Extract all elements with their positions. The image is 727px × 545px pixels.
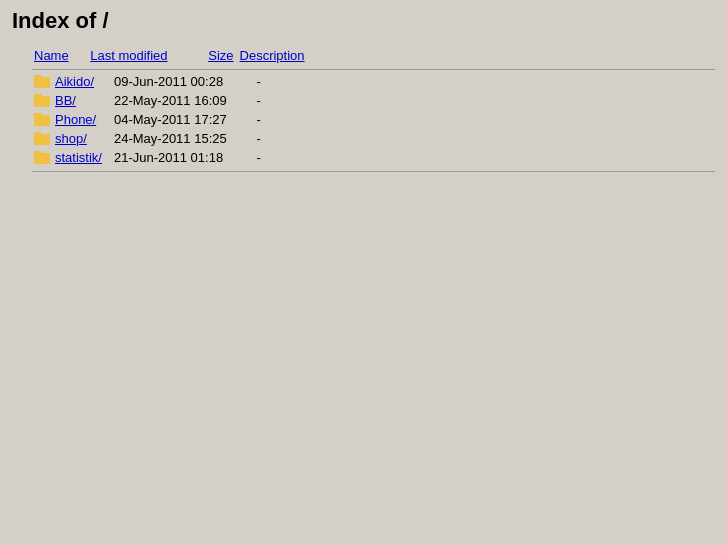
file-description	[269, 91, 349, 110]
file-link[interactable]: Aikido/	[55, 74, 94, 89]
folder-icon	[34, 113, 50, 126]
folder-icon	[34, 75, 50, 88]
file-date: 09-Jun-2011 00:28	[110, 72, 239, 91]
col-description[interactable]: Description	[238, 46, 332, 67]
file-size: -	[239, 129, 269, 148]
file-link[interactable]: shop/	[55, 131, 87, 146]
table-row: Phone/04-May-2011 17:27-	[32, 110, 349, 129]
col-size[interactable]: Size	[198, 46, 237, 67]
file-description	[269, 110, 349, 129]
file-size: -	[239, 91, 269, 110]
file-date: 21-Jun-2011 01:18	[110, 148, 239, 167]
file-link[interactable]: Phone/	[55, 112, 96, 127]
file-size: -	[239, 110, 269, 129]
table-row: shop/24-May-2011 15:25-	[32, 129, 349, 148]
col-name[interactable]: Name	[32, 46, 88, 67]
file-size: -	[239, 148, 269, 167]
file-link[interactable]: statistik/	[55, 150, 102, 165]
folder-icon	[34, 151, 50, 164]
file-description	[269, 129, 349, 148]
table-row: BB/22-May-2011 16:09-	[32, 91, 349, 110]
col-last-modified[interactable]: Last modified	[88, 46, 198, 67]
table-row: Aikido/09-Jun-2011 00:28-	[32, 72, 349, 91]
file-description	[269, 148, 349, 167]
folder-icon	[34, 132, 50, 145]
file-date: 04-May-2011 17:27	[110, 110, 239, 129]
file-size: -	[239, 72, 269, 91]
page-title: Index of /	[12, 8, 715, 34]
table-row: statistik/21-Jun-2011 01:18-	[32, 148, 349, 167]
file-date: 24-May-2011 15:25	[110, 129, 239, 148]
file-description	[269, 72, 349, 91]
file-link[interactable]: BB/	[55, 93, 76, 108]
folder-icon	[34, 94, 50, 107]
file-date: 22-May-2011 16:09	[110, 91, 239, 110]
